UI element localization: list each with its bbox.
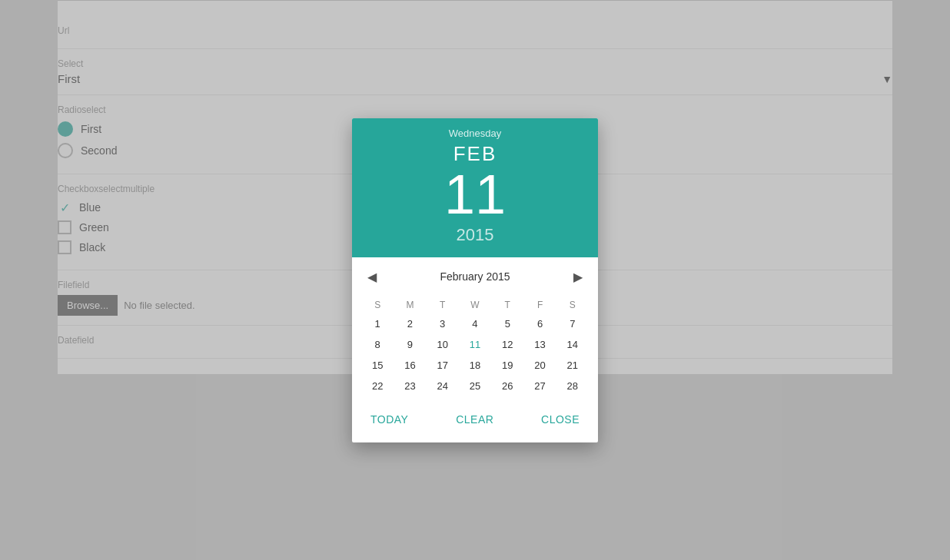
datepicker-actions: TODAY CLEAR CLOSE [352, 399, 598, 442]
calendar-day-cell[interactable]: 20 [523, 355, 556, 376]
datepicker-month-abbr: FEB [364, 144, 586, 164]
calendar-day-cell[interactable]: 21 [556, 355, 589, 376]
datepicker-calendar: ◀ February 2015 ▶ S M T W T F S 12345678… [352, 257, 598, 399]
calendar-day-cell[interactable]: 2 [394, 313, 426, 334]
calendar-day-cell[interactable]: 10 [427, 334, 459, 355]
calendar-nav: ◀ February 2015 ▶ [361, 263, 589, 290]
calendar-week-row: 15161718192021 [361, 355, 589, 376]
calendar-month-year: February 2015 [440, 270, 510, 283]
calendar-week-row: 891011121314 [361, 334, 589, 355]
calendar-day-cell[interactable]: 23 [394, 376, 426, 396]
weekday-wed: W [459, 297, 491, 313]
calendar-day-cell[interactable]: 12 [491, 334, 523, 355]
prev-month-button[interactable]: ◀ [361, 267, 383, 287]
weekday-sun: S [361, 297, 394, 313]
datepicker-year: 2015 [364, 225, 586, 245]
calendar-day-cell[interactable]: 22 [361, 376, 394, 396]
calendar-weekday-header: S M T W T F S [361, 297, 589, 313]
calendar-day-cell[interactable]: 19 [491, 355, 523, 376]
datepicker-dialog: Wednesday FEB 11 2015 ◀ February 2015 ▶ … [352, 118, 598, 442]
today-button[interactable]: TODAY [364, 409, 414, 430]
close-button[interactable]: CLOSE [535, 409, 586, 430]
calendar-day-cell[interactable]: 24 [427, 376, 459, 396]
calendar-day-cell[interactable]: 14 [556, 334, 589, 355]
clear-button[interactable]: CLEAR [450, 409, 500, 430]
weekday-mon: M [394, 297, 426, 313]
calendar-table: S M T W T F S 12345678910111213141516171… [361, 297, 589, 396]
weekday-tue: T [427, 297, 459, 313]
calendar-day-cell[interactable]: 9 [394, 334, 426, 355]
calendar-day-cell[interactable]: 8 [361, 334, 394, 355]
next-month-button[interactable]: ▶ [567, 267, 589, 287]
calendar-day-cell[interactable]: 7 [556, 313, 589, 334]
calendar-day-cell[interactable]: 5 [491, 313, 523, 334]
calendar-day-cell[interactable]: 15 [361, 355, 394, 376]
calendar-day-cell[interactable]: 3 [427, 313, 459, 334]
weekday-fri: F [523, 297, 556, 313]
datepicker-day-number: 11 [364, 167, 586, 222]
calendar-day-cell[interactable]: 25 [459, 376, 491, 396]
calendar-day-cell[interactable]: 27 [523, 376, 556, 396]
calendar-day-cell[interactable]: 18 [459, 355, 491, 376]
calendar-day-cell[interactable]: 16 [394, 355, 426, 376]
calendar-day-cell[interactable]: 6 [523, 313, 556, 334]
datepicker-header: Wednesday FEB 11 2015 [352, 118, 598, 257]
calendar-day-cell[interactable]: 11 [459, 334, 491, 355]
calendar-body: 1234567891011121314151617181920212223242… [361, 313, 589, 396]
calendar-day-cell[interactable]: 4 [459, 313, 491, 334]
calendar-week-row: 1234567 [361, 313, 589, 334]
calendar-day-cell[interactable]: 26 [491, 376, 523, 396]
weekday-sat: S [556, 297, 589, 313]
calendar-day-cell[interactable]: 17 [427, 355, 459, 376]
calendar-day-cell[interactable]: 13 [523, 334, 556, 355]
calendar-day-cell[interactable]: 1 [361, 313, 394, 334]
weekday-thu: T [491, 297, 523, 313]
calendar-day-cell[interactable]: 28 [556, 376, 589, 396]
calendar-week-row: 22232425262728 [361, 376, 589, 396]
datepicker-day-of-week: Wednesday [364, 128, 586, 139]
